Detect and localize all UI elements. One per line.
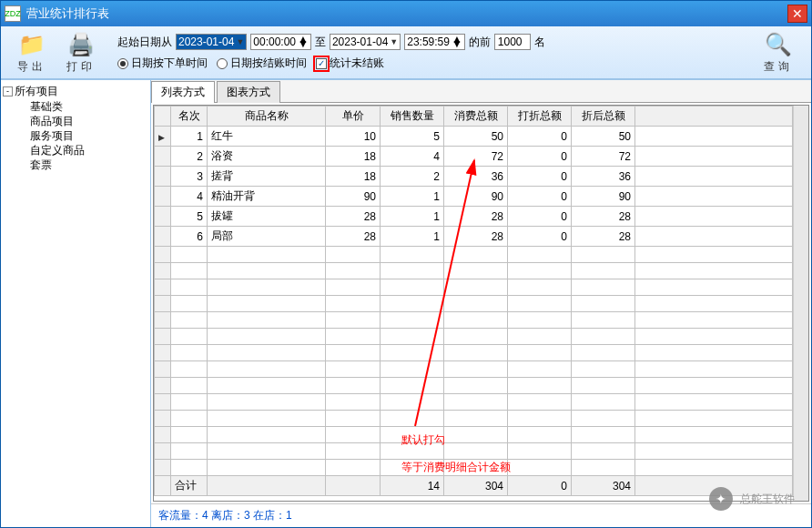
export-button[interactable]: 📁 导出 — [10, 28, 54, 76]
search-button[interactable]: 🔍 查询 — [755, 28, 802, 76]
tree-root[interactable]: - 所有项目 — [3, 84, 148, 99]
col-total[interactable]: 消费总额 — [444, 107, 508, 127]
checkbox-unsettled[interactable]: ✓ 统计未结账 — [316, 56, 384, 71]
checkbox-icon: ✓ — [316, 58, 327, 69]
empty-row — [155, 296, 793, 312]
category-tree: - 所有项目 基础类 商品项目 服务项目 自定义商品 套票 — [1, 80, 151, 527]
table-row[interactable]: 1 红牛 10 5 50 0 50 — [155, 127, 793, 147]
time-from-picker[interactable]: 00:00:00▲▼ — [250, 34, 311, 50]
table-row[interactable]: 3 搓背 18 2 36 0 36 — [155, 167, 793, 187]
close-button[interactable]: ✕ — [787, 5, 807, 23]
spinner-icon: ▲▼ — [452, 37, 462, 46]
date-to-label: 至 — [315, 35, 326, 50]
folder-icon: 📁 — [17, 30, 46, 59]
unit-label: 名 — [534, 35, 545, 50]
tree-item[interactable]: 服务项目 — [3, 128, 148, 143]
radio-icon — [117, 58, 128, 69]
date-from-picker[interactable]: 2023-01-04▼ — [176, 34, 247, 50]
vertical-scrollbar[interactable] — [793, 106, 808, 501]
empty-row — [155, 394, 793, 411]
tabs: 列表方式 图表方式 — [151, 80, 811, 103]
empty-row — [155, 460, 793, 476]
col-qty[interactable]: 销售数量 — [381, 107, 444, 127]
empty-row — [155, 411, 793, 427]
col-name[interactable]: 商品名称 — [208, 107, 326, 127]
col-discount[interactable]: 打折总额 — [508, 107, 572, 127]
empty-row — [155, 263, 793, 279]
col-after[interactable]: 折后总额 — [572, 107, 635, 127]
tab-chart[interactable]: 图表方式 — [217, 81, 280, 103]
total-row: 合计 14 304 0 304 — [155, 476, 793, 496]
empty-row — [155, 345, 793, 361]
row-indicator-header — [155, 107, 171, 127]
table-row[interactable]: 4 精油开背 90 1 90 0 90 — [155, 187, 793, 207]
radio-order-time[interactable]: 日期按下单时间 — [117, 56, 208, 71]
magnifier-icon: 🔍 — [764, 30, 793, 59]
window-title: 营业统计排行表 — [26, 5, 787, 22]
col-rank[interactable]: 名次 — [171, 107, 208, 127]
radio-checkout-time[interactable]: 日期按结账时间 — [217, 56, 307, 71]
collapse-icon[interactable]: - — [3, 86, 13, 96]
tree-item[interactable]: 商品项目 — [3, 114, 148, 128]
data-table: 名次 商品名称 单价 销售数量 消费总额 打折总额 折后总额 1 红牛 10 5… — [153, 105, 809, 502]
print-button[interactable]: 🖨️ 打印 — [59, 28, 103, 76]
app-icon: ZDZ — [5, 5, 21, 22]
radio-icon — [217, 58, 228, 69]
chevron-down-icon: ▼ — [390, 37, 398, 46]
empty-row — [155, 361, 793, 378]
printer-icon: 🖨️ — [66, 30, 96, 59]
table-row[interactable]: 5 拔罐 28 1 28 0 28 — [155, 207, 793, 227]
empty-row — [155, 378, 793, 394]
filter-area: 起始日期从 2023-01-04▼ 00:00:00▲▼ 至 2023-01-0… — [117, 34, 545, 71]
table-row[interactable]: 6 局部 28 1 28 0 28 — [155, 227, 793, 247]
empty-row — [155, 329, 793, 345]
before-label: 的前 — [469, 35, 491, 50]
watermark: ✦ 总舵王软件 — [709, 487, 795, 511]
tree-item[interactable]: 套票 — [3, 157, 148, 172]
titlebar: ZDZ 营业统计排行表 ✕ — [1, 1, 811, 26]
tree-item[interactable]: 基础类 — [3, 99, 148, 114]
table-row[interactable]: 2 浴资 18 4 72 0 72 — [155, 147, 793, 167]
tab-list[interactable]: 列表方式 — [151, 81, 215, 103]
top-n-input[interactable]: 1000 — [494, 34, 531, 50]
date-from-label: 起始日期从 — [117, 35, 172, 50]
empty-row — [155, 279, 793, 296]
empty-row — [155, 427, 793, 443]
table-header-row: 名次 商品名称 单价 销售数量 消费总额 打折总额 折后总额 — [155, 107, 793, 127]
empty-row — [155, 247, 793, 263]
col-price[interactable]: 单价 — [326, 107, 381, 127]
chevron-down-icon: ▼ — [236, 37, 244, 46]
empty-row — [155, 312, 793, 329]
time-to-picker[interactable]: 23:59:59▲▼ — [404, 34, 465, 50]
empty-row — [155, 443, 793, 460]
toolbar: 📁 导出 🖨️ 打印 起始日期从 2023-01-04▼ 00:00:00▲▼ … — [1, 26, 811, 79]
col-spacer — [635, 107, 793, 127]
wechat-icon: ✦ — [709, 487, 733, 511]
spinner-icon: ▲▼ — [298, 37, 309, 46]
date-to-picker[interactable]: 2023-01-04▼ — [330, 34, 401, 50]
tree-item[interactable]: 自定义商品 — [3, 143, 148, 157]
